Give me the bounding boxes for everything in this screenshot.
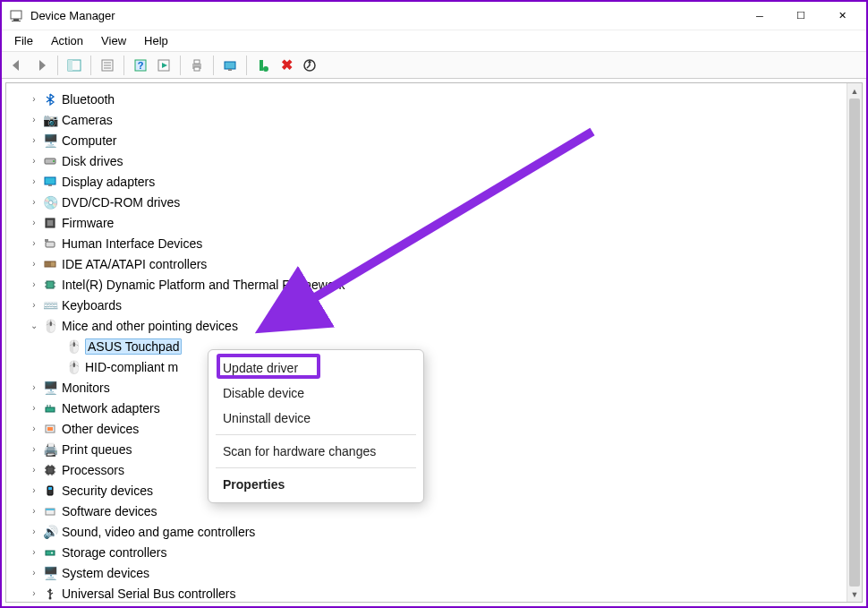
tree-item-display[interactable]: › Display adapters: [6, 171, 862, 192]
keyboard-icon: ⌨️: [42, 298, 58, 313]
help-button[interactable]: ?: [130, 55, 151, 76]
menu-file[interactable]: File: [5, 32, 42, 49]
ctx-scan-hardware[interactable]: Scan for hardware changes: [208, 439, 423, 464]
tree-item-disk[interactable]: › Disk drives: [6, 150, 862, 171]
update-driver-button[interactable]: [299, 55, 320, 76]
scan-button[interactable]: [219, 55, 241, 76]
tree-item-processors[interactable]: › Processors: [6, 459, 862, 480]
device-tree[interactable]: › Bluetooth › 📷 Cameras › 🖥️ Computer › …: [6, 89, 862, 603]
ctx-uninstall-device[interactable]: Uninstall device: [208, 406, 423, 431]
expand-icon[interactable]: ›: [28, 135, 40, 145]
menu-view[interactable]: View: [92, 32, 135, 49]
show-hide-tree-button[interactable]: [64, 55, 85, 76]
expand-icon[interactable]: ›: [28, 94, 40, 104]
scroll-up-icon[interactable]: ▲: [847, 83, 862, 98]
tree-label: Intel(R) Dynamic Platform and Thermal Fr…: [62, 278, 345, 292]
svg-rect-54: [48, 487, 52, 490]
expand-icon[interactable]: ›: [28, 259, 40, 269]
close-button[interactable]: ✕: [821, 3, 863, 30]
svg-rect-16: [225, 62, 235, 69]
app-icon: [9, 9, 23, 23]
toolbar: ? ✖: [2, 52, 866, 79]
tree-item-hid-mouse[interactable]: 🖱️ HID-compliant m: [6, 356, 862, 377]
tree-item-storage[interactable]: › Storage controllers: [6, 542, 862, 562]
expand-icon[interactable]: ›: [28, 403, 40, 413]
hid-icon: [42, 237, 58, 250]
tree-item-dvd[interactable]: › 💿 DVD/CD-ROM drives: [6, 192, 862, 212]
expand-icon[interactable]: ›: [28, 218, 40, 227]
tree-item-sound[interactable]: › 🔊 Sound, video and game controllers: [6, 521, 862, 542]
svg-rect-24: [45, 177, 55, 184]
vertical-scrollbar[interactable]: ▲ ▼: [847, 83, 862, 602]
mouse-icon: 🖱️: [65, 360, 81, 374]
scroll-down-icon[interactable]: ▼: [847, 587, 862, 602]
uninstall-button[interactable]: ✖: [276, 55, 297, 76]
tree-item-ide[interactable]: › IDE ATA/ATAPI controllers: [6, 253, 862, 274]
security-icon: [42, 484, 58, 497]
action-button[interactable]: [153, 55, 174, 76]
svg-rect-17: [228, 69, 232, 71]
svg-rect-28: [46, 242, 55, 247]
tree-item-print[interactable]: › 🖨️ Print queues: [6, 439, 862, 459]
tree-item-monitors[interactable]: › 🖥️ Monitors: [6, 377, 862, 398]
tree-item-keyboards[interactable]: › ⌨️ Keyboards: [6, 295, 862, 315]
computer-icon: 🖥️: [42, 133, 58, 148]
properties-button[interactable]: [97, 55, 118, 76]
expand-icon[interactable]: ›: [28, 506, 40, 516]
svg-point-23: [53, 160, 55, 162]
display-icon: [42, 176, 58, 188]
expand-icon[interactable]: ›: [28, 115, 40, 124]
minimize-button[interactable]: ─: [739, 3, 780, 30]
print-button[interactable]: [186, 55, 208, 76]
tree-item-intel[interactable]: › Intel(R) Dynamic Platform and Thermal …: [6, 274, 862, 295]
expand-icon[interactable]: ›: [28, 279, 40, 289]
expand-icon[interactable]: ›: [28, 547, 40, 557]
tree-item-other[interactable]: › Other devices: [6, 418, 862, 439]
expand-icon[interactable]: ›: [28, 444, 40, 454]
tree-item-system[interactable]: › 🖥️ System devices: [6, 562, 862, 583]
tree-item-network[interactable]: › Network adapters: [6, 398, 862, 418]
printer-icon: 🖨️: [42, 442, 58, 457]
tree-item-asus-touchpad[interactable]: 🖱️ ASUS Touchpad: [6, 336, 862, 356]
tree-label: Disk drives: [62, 154, 123, 168]
expand-icon[interactable]: ›: [28, 197, 40, 207]
svg-rect-43: [47, 427, 53, 431]
tree-item-computer[interactable]: › 🖥️ Computer: [6, 130, 862, 150]
ctx-disable-device[interactable]: Disable device: [208, 381, 423, 406]
expand-icon[interactable]: ›: [28, 300, 40, 310]
expand-icon[interactable]: ›: [28, 382, 40, 392]
tree-item-mice[interactable]: ⌄ 🖱️ Mice and other pointing devices: [6, 315, 862, 336]
expand-icon[interactable]: ›: [28, 568, 40, 578]
tree-item-software[interactable]: › Software devices: [6, 501, 862, 521]
enable-button[interactable]: [252, 55, 274, 76]
tree-item-cameras[interactable]: › 📷 Cameras: [6, 109, 862, 130]
maximize-button[interactable]: ☐: [780, 3, 821, 30]
tree-item-hid[interactable]: › Human Interface Devices: [6, 233, 862, 253]
expand-icon[interactable]: ›: [28, 238, 40, 248]
scroll-thumb[interactable]: [849, 98, 860, 587]
tree-item-bluetooth[interactable]: › Bluetooth: [6, 89, 862, 109]
expand-icon[interactable]: ›: [28, 424, 40, 433]
expand-icon[interactable]: ›: [28, 527, 40, 536]
menu-help[interactable]: Help: [135, 32, 177, 49]
expand-icon[interactable]: ›: [28, 156, 40, 166]
tree-item-firmware[interactable]: › Firmware: [6, 212, 862, 233]
svg-rect-18: [260, 60, 263, 71]
collapse-icon[interactable]: ⌄: [28, 321, 40, 330]
forward-button[interactable]: [30, 55, 52, 76]
tree-item-security[interactable]: › Security devices: [6, 480, 862, 501]
back-button[interactable]: [7, 55, 29, 76]
tree-label: Storage controllers: [62, 545, 167, 560]
ctx-update-driver[interactable]: Update driver: [208, 355, 423, 381]
svg-rect-34: [47, 281, 54, 288]
expand-icon[interactable]: ›: [28, 588, 40, 598]
expand-icon[interactable]: ›: [28, 176, 40, 186]
ctx-properties[interactable]: Properties: [208, 472, 423, 497]
svg-rect-15: [194, 67, 200, 71]
ide-icon: [42, 258, 58, 270]
menu-action[interactable]: Action: [42, 32, 92, 49]
expand-icon[interactable]: ›: [28, 485, 40, 495]
expand-icon[interactable]: ›: [28, 465, 40, 475]
tree-item-usb[interactable]: › Universal Serial Bus controllers: [6, 583, 862, 603]
tree-label: Sound, video and game controllers: [62, 525, 255, 539]
